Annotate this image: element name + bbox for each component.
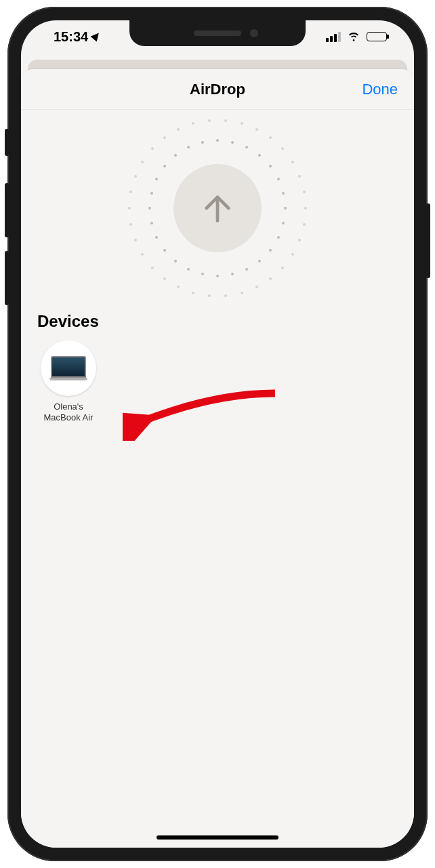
macbook-icon — [49, 356, 87, 380]
mute-switch — [5, 129, 9, 156]
power-button — [426, 203, 430, 278]
share-up-icon — [173, 164, 262, 252]
device-avatar — [41, 340, 96, 396]
volume-up-button — [5, 183, 9, 237]
airdrop-radar — [21, 110, 414, 307]
volume-down-button — [5, 251, 9, 305]
airdrop-device[interactable]: Olena's MacBook Air — [37, 340, 100, 424]
airdrop-sheet: AirDrop Done Devices — [21, 69, 414, 848]
sheet-header: AirDrop Done — [21, 69, 414, 110]
cellular-signal-icon — [326, 32, 341, 42]
device-label: Olena's MacBook Air — [44, 401, 94, 424]
battery-icon — [367, 32, 387, 41]
home-indicator[interactable] — [157, 835, 278, 840]
wifi-icon — [346, 28, 361, 46]
done-button[interactable]: Done — [362, 81, 398, 98]
notch — [129, 20, 306, 46]
device-list: Olena's MacBook Air — [21, 331, 414, 433]
phone-frame: 15:34 AirDrop Done — [7, 7, 428, 861]
status-time: 15:34 — [54, 29, 88, 45]
location-icon — [91, 31, 102, 42]
screen: 15:34 AirDrop Done — [21, 20, 414, 848]
devices-heading: Devices — [21, 312, 414, 331]
sheet-title: AirDrop — [190, 81, 245, 98]
